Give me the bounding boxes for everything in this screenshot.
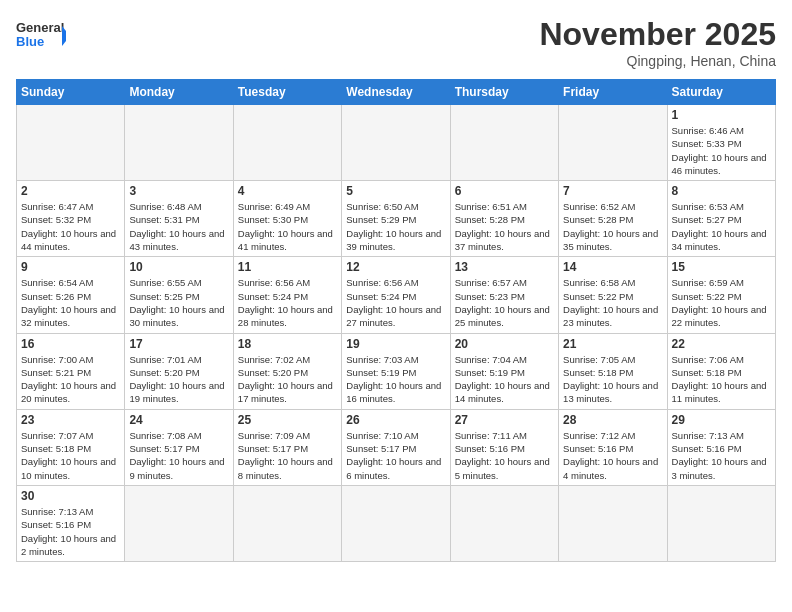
calendar-cell: 7Sunrise: 6:52 AM Sunset: 5:28 PM Daylig… — [559, 181, 667, 257]
day-number: 15 — [672, 260, 771, 274]
day-info: Sunrise: 6:56 AM Sunset: 5:24 PM Dayligh… — [238, 276, 337, 329]
svg-marker-2 — [62, 26, 66, 46]
calendar-cell: 19Sunrise: 7:03 AM Sunset: 5:19 PM Dayli… — [342, 333, 450, 409]
calendar-cell: 21Sunrise: 7:05 AM Sunset: 5:18 PM Dayli… — [559, 333, 667, 409]
calendar-cell: 16Sunrise: 7:00 AM Sunset: 5:21 PM Dayli… — [17, 333, 125, 409]
day-info: Sunrise: 7:13 AM Sunset: 5:16 PM Dayligh… — [672, 429, 771, 482]
calendar-cell: 10Sunrise: 6:55 AM Sunset: 5:25 PM Dayli… — [125, 257, 233, 333]
day-info: Sunrise: 7:00 AM Sunset: 5:21 PM Dayligh… — [21, 353, 120, 406]
day-number: 27 — [455, 413, 554, 427]
calendar-cell — [233, 485, 341, 561]
header-thursday: Thursday — [450, 80, 558, 105]
calendar-header-row: Sunday Monday Tuesday Wednesday Thursday… — [17, 80, 776, 105]
header-monday: Monday — [125, 80, 233, 105]
calendar-cell: 30Sunrise: 7:13 AM Sunset: 5:16 PM Dayli… — [17, 485, 125, 561]
calendar-cell: 9Sunrise: 6:54 AM Sunset: 5:26 PM Daylig… — [17, 257, 125, 333]
month-title: November 2025 — [539, 16, 776, 53]
day-number: 20 — [455, 337, 554, 351]
logo: General Blue — [16, 16, 66, 56]
day-number: 24 — [129, 413, 228, 427]
header-saturday: Saturday — [667, 80, 775, 105]
day-info: Sunrise: 7:12 AM Sunset: 5:16 PM Dayligh… — [563, 429, 662, 482]
day-info: Sunrise: 7:04 AM Sunset: 5:19 PM Dayligh… — [455, 353, 554, 406]
calendar-cell: 27Sunrise: 7:11 AM Sunset: 5:16 PM Dayli… — [450, 409, 558, 485]
day-number: 29 — [672, 413, 771, 427]
calendar-cell: 22Sunrise: 7:06 AM Sunset: 5:18 PM Dayli… — [667, 333, 775, 409]
calendar-cell — [450, 485, 558, 561]
calendar-cell: 1Sunrise: 6:46 AM Sunset: 5:33 PM Daylig… — [667, 105, 775, 181]
day-number: 10 — [129, 260, 228, 274]
calendar-cell: 24Sunrise: 7:08 AM Sunset: 5:17 PM Dayli… — [125, 409, 233, 485]
day-info: Sunrise: 7:06 AM Sunset: 5:18 PM Dayligh… — [672, 353, 771, 406]
calendar-cell — [125, 485, 233, 561]
day-number: 26 — [346, 413, 445, 427]
day-info: Sunrise: 6:55 AM Sunset: 5:25 PM Dayligh… — [129, 276, 228, 329]
day-info: Sunrise: 6:52 AM Sunset: 5:28 PM Dayligh… — [563, 200, 662, 253]
day-info: Sunrise: 7:01 AM Sunset: 5:20 PM Dayligh… — [129, 353, 228, 406]
day-info: Sunrise: 7:11 AM Sunset: 5:16 PM Dayligh… — [455, 429, 554, 482]
calendar-cell: 3Sunrise: 6:48 AM Sunset: 5:31 PM Daylig… — [125, 181, 233, 257]
calendar-cell: 4Sunrise: 6:49 AM Sunset: 5:30 PM Daylig… — [233, 181, 341, 257]
calendar-cell: 8Sunrise: 6:53 AM Sunset: 5:27 PM Daylig… — [667, 181, 775, 257]
calendar-cell: 12Sunrise: 6:56 AM Sunset: 5:24 PM Dayli… — [342, 257, 450, 333]
day-info: Sunrise: 6:49 AM Sunset: 5:30 PM Dayligh… — [238, 200, 337, 253]
day-info: Sunrise: 7:08 AM Sunset: 5:17 PM Dayligh… — [129, 429, 228, 482]
calendar-cell: 6Sunrise: 6:51 AM Sunset: 5:28 PM Daylig… — [450, 181, 558, 257]
calendar-cell: 14Sunrise: 6:58 AM Sunset: 5:22 PM Dayli… — [559, 257, 667, 333]
calendar-cell — [667, 485, 775, 561]
day-info: Sunrise: 6:46 AM Sunset: 5:33 PM Dayligh… — [672, 124, 771, 177]
calendar-cell: 17Sunrise: 7:01 AM Sunset: 5:20 PM Dayli… — [125, 333, 233, 409]
day-number: 14 — [563, 260, 662, 274]
day-number: 19 — [346, 337, 445, 351]
calendar-cell — [342, 105, 450, 181]
svg-text:General: General — [16, 20, 64, 35]
calendar-cell — [233, 105, 341, 181]
calendar-cell: 26Sunrise: 7:10 AM Sunset: 5:17 PM Dayli… — [342, 409, 450, 485]
calendar-cell: 11Sunrise: 6:56 AM Sunset: 5:24 PM Dayli… — [233, 257, 341, 333]
header-friday: Friday — [559, 80, 667, 105]
day-info: Sunrise: 7:07 AM Sunset: 5:18 PM Dayligh… — [21, 429, 120, 482]
calendar-cell: 5Sunrise: 6:50 AM Sunset: 5:29 PM Daylig… — [342, 181, 450, 257]
day-number: 12 — [346, 260, 445, 274]
calendar-cell — [342, 485, 450, 561]
calendar-cell: 23Sunrise: 7:07 AM Sunset: 5:18 PM Dayli… — [17, 409, 125, 485]
calendar-cell: 2Sunrise: 6:47 AM Sunset: 5:32 PM Daylig… — [17, 181, 125, 257]
day-number: 6 — [455, 184, 554, 198]
day-number: 17 — [129, 337, 228, 351]
calendar-cell: 28Sunrise: 7:12 AM Sunset: 5:16 PM Dayli… — [559, 409, 667, 485]
calendar-cell — [450, 105, 558, 181]
day-info: Sunrise: 7:09 AM Sunset: 5:17 PM Dayligh… — [238, 429, 337, 482]
day-info: Sunrise: 7:05 AM Sunset: 5:18 PM Dayligh… — [563, 353, 662, 406]
day-number: 5 — [346, 184, 445, 198]
day-info: Sunrise: 6:51 AM Sunset: 5:28 PM Dayligh… — [455, 200, 554, 253]
day-info: Sunrise: 7:13 AM Sunset: 5:16 PM Dayligh… — [21, 505, 120, 558]
header-wednesday: Wednesday — [342, 80, 450, 105]
day-number: 30 — [21, 489, 120, 503]
calendar-cell — [17, 105, 125, 181]
svg-text:Blue: Blue — [16, 34, 44, 49]
calendar-cell: 18Sunrise: 7:02 AM Sunset: 5:20 PM Dayli… — [233, 333, 341, 409]
day-number: 2 — [21, 184, 120, 198]
calendar-cell: 13Sunrise: 6:57 AM Sunset: 5:23 PM Dayli… — [450, 257, 558, 333]
location-subtitle: Qingping, Henan, China — [539, 53, 776, 69]
day-number: 21 — [563, 337, 662, 351]
day-number: 8 — [672, 184, 771, 198]
day-info: Sunrise: 6:56 AM Sunset: 5:24 PM Dayligh… — [346, 276, 445, 329]
calendar-cell — [559, 105, 667, 181]
day-number: 7 — [563, 184, 662, 198]
calendar-cell: 20Sunrise: 7:04 AM Sunset: 5:19 PM Dayli… — [450, 333, 558, 409]
calendar-cell: 15Sunrise: 6:59 AM Sunset: 5:22 PM Dayli… — [667, 257, 775, 333]
day-info: Sunrise: 7:03 AM Sunset: 5:19 PM Dayligh… — [346, 353, 445, 406]
day-number: 23 — [21, 413, 120, 427]
calendar-table: Sunday Monday Tuesday Wednesday Thursday… — [16, 79, 776, 562]
day-number: 13 — [455, 260, 554, 274]
day-number: 18 — [238, 337, 337, 351]
calendar-cell — [125, 105, 233, 181]
day-number: 9 — [21, 260, 120, 274]
day-info: Sunrise: 6:48 AM Sunset: 5:31 PM Dayligh… — [129, 200, 228, 253]
day-number: 28 — [563, 413, 662, 427]
calendar-cell: 25Sunrise: 7:09 AM Sunset: 5:17 PM Dayli… — [233, 409, 341, 485]
header-tuesday: Tuesday — [233, 80, 341, 105]
day-number: 22 — [672, 337, 771, 351]
day-info: Sunrise: 6:50 AM Sunset: 5:29 PM Dayligh… — [346, 200, 445, 253]
